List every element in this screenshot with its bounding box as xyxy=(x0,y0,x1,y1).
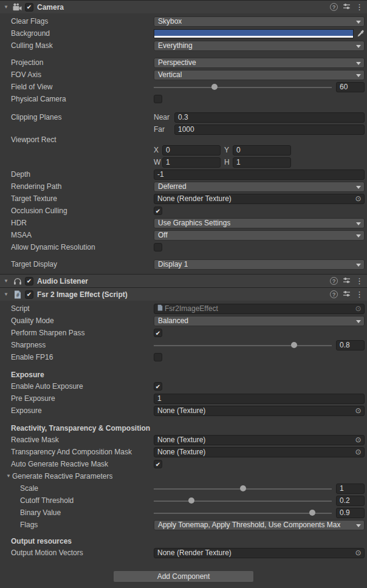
quality-mode-dropdown[interactable]: Balanced xyxy=(154,316,365,326)
spacer xyxy=(0,531,367,536)
viewport-w-label: W xyxy=(154,158,162,166)
slider-thumb[interactable] xyxy=(240,485,246,491)
sharpness-input[interactable]: 0.8 xyxy=(336,340,365,350)
exposure-field[interactable]: None (Texture) ⊙ xyxy=(154,406,365,416)
slider-thumb[interactable] xyxy=(188,497,194,504)
physical-camera-checkbox[interactable] xyxy=(154,95,162,103)
binary-value-slider[interactable] xyxy=(154,508,332,518)
slider-thumb[interactable] xyxy=(291,342,297,348)
object-picker-icon[interactable]: ⊙ xyxy=(354,436,363,443)
cutoff-threshold-input[interactable]: 0.2 xyxy=(336,496,365,506)
culling-mask-dropdown[interactable]: Everything xyxy=(154,41,365,51)
viewport-x-input[interactable]: 0 xyxy=(162,145,221,156)
help-icon[interactable]: ? xyxy=(330,290,338,298)
audio-listener-component-header[interactable]: ▼ ✔ Audio Listener ? ⋮ xyxy=(0,274,367,287)
rendering-path-value: Deferred xyxy=(158,182,187,191)
audio-listener-enabled-checkbox[interactable]: ✔ xyxy=(25,277,33,285)
help-icon[interactable]: ? xyxy=(330,277,338,285)
projection-dropdown[interactable]: Perspective xyxy=(154,58,365,68)
object-picker-icon[interactable]: ⊙ xyxy=(354,195,363,202)
camera-component-header[interactable]: ▼ ✔ Camera ? ⋮ xyxy=(0,0,367,13)
perform-sharpen-pass-checkbox[interactable]: ✔ xyxy=(154,329,162,337)
slider-thumb[interactable] xyxy=(309,510,315,516)
foldout-arrow-icon[interactable]: ▼ xyxy=(2,5,10,10)
kebab-menu-icon[interactable]: ⋮ xyxy=(355,3,363,11)
hdr-dropdown[interactable]: Use Graphics Settings xyxy=(154,218,365,228)
flags-dropdown[interactable]: Apply Tonemap, Apply Threshold, Use Comp… xyxy=(154,520,365,530)
reactive-mask-label: Reactive Mask xyxy=(11,436,154,444)
field-of-view-input[interactable]: 60 xyxy=(336,82,365,92)
property-row: Target Texture None (Render Texture) ⊙ xyxy=(0,193,367,205)
clear-flags-dropdown[interactable]: Skybox xyxy=(154,16,365,27)
chevron-down-icon xyxy=(356,186,361,189)
target-texture-field[interactable]: None (Render Texture) ⊙ xyxy=(154,194,365,204)
generate-reactive-parameters-label: Generate Reactive Parameters xyxy=(12,472,112,480)
culling-mask-label: Culling Mask xyxy=(11,41,154,50)
viewport-y-input[interactable]: 0 xyxy=(233,145,291,156)
far-clip-input[interactable]: 1000 xyxy=(174,125,365,135)
object-picker-icon[interactable]: ⊙ xyxy=(354,407,363,414)
viewport-h-input[interactable]: 1 xyxy=(233,157,291,168)
auto-generate-reactive-mask-checkbox[interactable]: ✔ xyxy=(154,460,162,468)
slider-track xyxy=(154,501,332,502)
kebab-menu-icon[interactable]: ⋮ xyxy=(355,277,363,285)
msaa-dropdown[interactable]: Off xyxy=(154,230,365,241)
property-row: Quality Mode Balanced xyxy=(0,315,367,327)
property-row: Background xyxy=(0,27,367,39)
rendering-path-dropdown[interactable]: Deferred xyxy=(154,182,365,192)
scale-input[interactable]: 1 xyxy=(336,484,365,494)
alpha-bar xyxy=(154,36,353,38)
object-picker-icon[interactable]: ⊙ xyxy=(354,549,363,556)
presets-icon[interactable] xyxy=(343,2,351,12)
object-picker-icon[interactable]: ⊙ xyxy=(354,305,363,312)
fov-axis-dropdown[interactable]: Vertical xyxy=(154,70,365,80)
script-value: Fsr2ImageEffect xyxy=(165,304,352,313)
foldout-arrow-icon[interactable]: ▼ xyxy=(5,474,12,479)
allow-dynamic-resolution-checkbox[interactable] xyxy=(154,243,162,251)
viewport-rect-label: Viewport Rect xyxy=(11,135,154,144)
foldout-arrow-icon[interactable]: ▼ xyxy=(2,279,10,284)
enable-fp16-checkbox[interactable] xyxy=(154,353,162,361)
object-picker-icon[interactable]: ⊙ xyxy=(354,448,363,456)
fov-axis-label: FOV Axis xyxy=(11,70,154,79)
property-row: Physical Camera xyxy=(0,93,367,105)
transparency-and-composition-mask-field[interactable]: None (Texture) ⊙ xyxy=(154,447,365,457)
inspector-panel: ▼ ✔ Camera ? ⋮ xyxy=(0,0,367,583)
depth-label: Depth xyxy=(11,170,154,179)
far-label: Far xyxy=(154,125,174,134)
occlusion-culling-checkbox[interactable]: ✔ xyxy=(154,207,162,215)
foldout-arrow-icon[interactable]: ▼ xyxy=(2,292,10,297)
help-icon[interactable]: ? xyxy=(330,3,338,11)
sharpness-slider[interactable] xyxy=(154,340,332,350)
camera-enabled-checkbox[interactable]: ✔ xyxy=(25,3,33,12)
property-row: Exposure None (Texture) ⊙ xyxy=(0,405,367,417)
fsr2-component-header[interactable]: ▼ # ✔ Fsr 2 Image Effect (Script) ? ⋮ xyxy=(0,287,367,301)
background-color-field[interactable] xyxy=(154,29,354,38)
target-display-dropdown[interactable]: Display 1 xyxy=(154,259,365,270)
viewport-w-input[interactable]: 1 xyxy=(162,157,221,168)
generate-reactive-parameters-foldout[interactable]: ▼ Generate Reactive Parameters xyxy=(0,470,367,482)
flags-value: Apply Tonemap, Apply Threshold, Use Comp… xyxy=(158,521,340,529)
pre-exposure-input[interactable]: 1 xyxy=(154,394,365,404)
slider-thumb[interactable] xyxy=(211,84,218,90)
fsr2-enabled-checkbox[interactable]: ✔ xyxy=(25,290,33,299)
depth-input[interactable]: -1 xyxy=(154,169,365,180)
presets-icon[interactable] xyxy=(343,276,351,286)
near-clip-input[interactable]: 0.3 xyxy=(174,112,365,123)
enable-auto-exposure-checkbox[interactable]: ✔ xyxy=(154,382,162,391)
field-of-view-slider[interactable] xyxy=(154,82,332,92)
output-motion-vectors-field[interactable]: None (Render Texture) ⊙ xyxy=(154,548,365,558)
reactive-mask-field[interactable]: None (Texture) ⊙ xyxy=(154,435,365,445)
property-row: Transparency And Composition Mask None (… xyxy=(0,446,367,458)
binary-value-input[interactable]: 0.9 xyxy=(336,508,365,518)
presets-icon[interactable] xyxy=(343,290,351,299)
allow-dynamic-resolution-label: Allow Dynamic Resolution xyxy=(11,243,154,251)
scale-slider[interactable] xyxy=(154,484,332,494)
kebab-menu-icon[interactable]: ⋮ xyxy=(355,290,363,298)
eyedropper-icon[interactable] xyxy=(356,30,365,38)
hdr-value: Use Graphics Settings xyxy=(158,219,230,227)
add-component-button[interactable]: Add Component xyxy=(113,570,254,583)
culling-mask-value: Everything xyxy=(158,41,193,50)
hdr-label: HDR xyxy=(11,219,154,227)
cutoff-threshold-slider[interactable] xyxy=(154,496,332,506)
